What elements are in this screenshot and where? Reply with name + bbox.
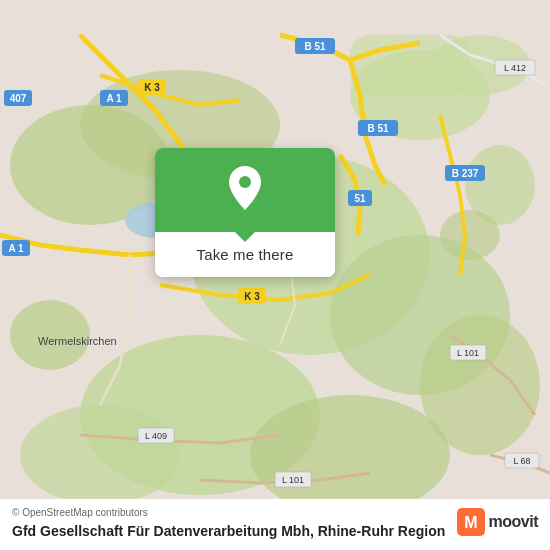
svg-point-14	[440, 210, 500, 260]
svg-text:A 1: A 1	[106, 93, 122, 104]
svg-text:M: M	[464, 514, 477, 531]
svg-text:L 101: L 101	[457, 348, 479, 358]
moovit-logo: M moovit	[457, 508, 538, 536]
location-pin-icon	[227, 166, 263, 210]
svg-text:L 412: L 412	[504, 63, 526, 73]
svg-text:K 3: K 3	[244, 291, 260, 302]
svg-point-11	[20, 405, 180, 505]
svg-text:51: 51	[354, 193, 366, 204]
moovit-icon: M	[457, 508, 485, 536]
svg-text:B 237: B 237	[452, 168, 479, 179]
moovit-text: moovit	[489, 513, 538, 531]
svg-text:B 51: B 51	[367, 123, 389, 134]
svg-text:B 51: B 51	[304, 41, 326, 52]
popup-card: Take me there	[155, 148, 335, 277]
svg-text:L 68: L 68	[513, 456, 530, 466]
popup-header	[155, 148, 335, 232]
map-container: B 51 L 412 407 K 3 A 1 B 51 51 B 237 A 1	[0, 0, 550, 550]
svg-text:407: 407	[10, 93, 27, 104]
svg-text:K 3: K 3	[144, 82, 160, 93]
bottom-info-bar: © OpenStreetMap contributors Gfd Gesells…	[0, 499, 550, 550]
svg-text:Wermelskirchen: Wermelskirchen	[38, 335, 117, 347]
svg-point-45	[239, 176, 251, 188]
svg-point-10	[250, 395, 450, 515]
svg-text:A 1: A 1	[8, 243, 24, 254]
svg-text:L 409: L 409	[145, 431, 167, 441]
popup-button-label: Take me there	[197, 246, 294, 263]
svg-text:L 101: L 101	[282, 475, 304, 485]
